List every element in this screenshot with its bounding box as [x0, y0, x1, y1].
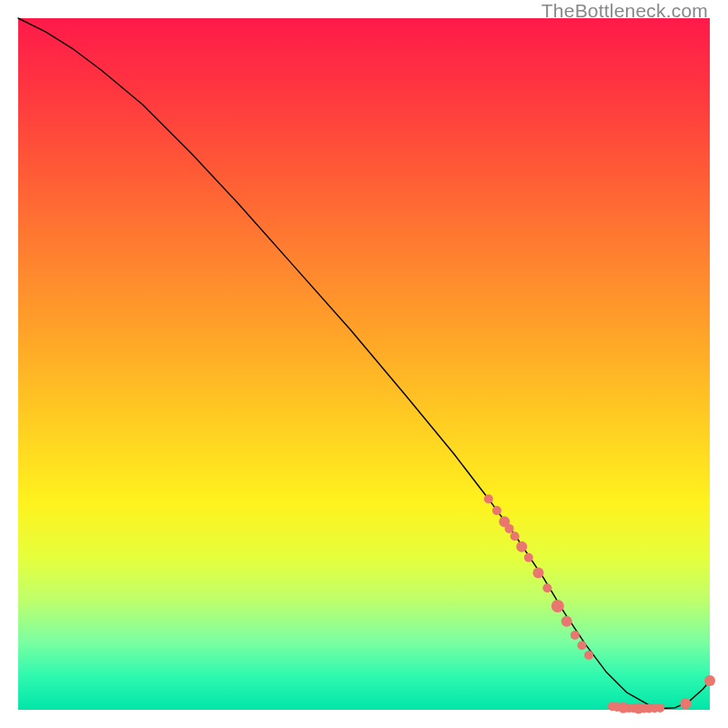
scatter-dot [542, 583, 551, 592]
scatter-dot [505, 524, 514, 533]
scatter-dot [655, 703, 664, 713]
scatter-dot [511, 531, 520, 541]
chart-overlay [18, 18, 710, 710]
scatter-dot [533, 568, 544, 579]
scatter-dot [577, 641, 586, 650]
scatter-dot [561, 616, 572, 627]
bottleneck-curve [18, 18, 710, 708]
scatter-dot [551, 600, 564, 612]
scatter-dot [584, 651, 593, 660]
scatter-dot [516, 541, 527, 552]
scatter-dot [680, 698, 691, 709]
chart-container: TheBottleneck.com [0, 0, 728, 728]
scatter-dot [704, 675, 715, 686]
scatter-dot [571, 631, 580, 640]
scatter-group [484, 494, 715, 713]
scatter-dot [492, 506, 501, 515]
scatter-dot [524, 553, 533, 562]
scatter-dot [484, 494, 493, 503]
